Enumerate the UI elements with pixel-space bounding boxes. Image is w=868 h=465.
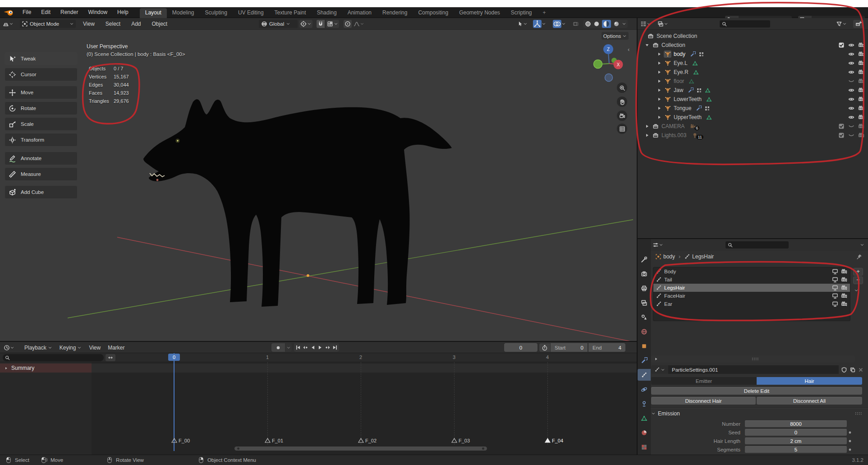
breadcrumb-data[interactable]: LegsHair xyxy=(692,253,714,260)
transform-orientation-dropdown[interactable]: Global xyxy=(259,20,298,28)
workspace-tab-texture-paint[interactable]: Texture Paint xyxy=(269,8,312,18)
monitor-toggle[interactable] xyxy=(832,285,838,291)
add-particle-system-button[interactable]: + xyxy=(853,268,863,276)
particle-system-row-body[interactable]: Body xyxy=(653,267,850,276)
disclosure-open-icon[interactable] xyxy=(643,42,651,48)
filter-dropdown[interactable] xyxy=(836,20,847,28)
datablock-name-field[interactable]: ParticleSettings.001 xyxy=(668,365,839,374)
zoom-button[interactable] xyxy=(617,83,627,93)
eye-toggle[interactable] xyxy=(848,51,854,57)
emitter-option[interactable]: Emitter xyxy=(651,377,757,385)
topbar-menu-help[interactable]: Help xyxy=(112,7,133,18)
use-preview-range-toggle[interactable] xyxy=(539,343,550,352)
outliner-row-lights-003[interactable]: Lights.003 11 xyxy=(638,131,868,140)
perspective-toggle-button[interactable] xyxy=(617,124,627,134)
pin-icon[interactable] xyxy=(856,253,863,260)
tool-button-scale[interactable]: Scale xyxy=(5,117,78,131)
shading-rendered-icon[interactable] xyxy=(613,21,620,27)
tool-button-transform[interactable]: Transform xyxy=(5,133,78,147)
editor-divider-vertical[interactable] xyxy=(637,18,638,455)
particle-system-row-tail[interactable]: Tail xyxy=(653,276,850,284)
collapsed-panel-header[interactable] xyxy=(651,355,855,363)
skip-end-button[interactable] xyxy=(331,345,339,350)
disclosure-closed-icon[interactable] xyxy=(643,133,651,138)
particle-system-row-legshair[interactable]: LegsHair xyxy=(653,284,850,292)
monitor-toggle[interactable] xyxy=(832,276,838,283)
shading-material-icon[interactable] xyxy=(602,20,611,28)
channel-search-input[interactable] xyxy=(3,354,104,361)
summary-channel-row[interactable]: Summary xyxy=(0,364,92,373)
topbar-menu-window[interactable]: Window xyxy=(83,7,112,18)
properties-tab-scene[interactable] xyxy=(638,311,651,323)
disclosure-closed-icon[interactable] xyxy=(656,115,663,120)
display-mode-dropdown[interactable] xyxy=(657,20,668,28)
breadcrumb-object[interactable]: body xyxy=(663,253,675,260)
auto-keying-toggle[interactable] xyxy=(271,343,285,352)
editor-type-button[interactable] xyxy=(3,20,14,28)
eye-toggle[interactable] xyxy=(848,87,854,93)
camera-toggle[interactable] xyxy=(841,285,847,291)
properties-tab-modifier[interactable] xyxy=(638,355,651,366)
properties-tab-particles[interactable] xyxy=(638,369,651,381)
particle-system-row-ear[interactable]: Ear xyxy=(653,300,850,308)
falloff-dropdown[interactable] xyxy=(354,20,364,28)
eye-toggle[interactable] xyxy=(848,114,854,120)
shading-solid-icon[interactable] xyxy=(593,21,600,27)
disconnect-all-button[interactable]: Disconnect All xyxy=(757,397,862,405)
disclosure-closed-icon[interactable] xyxy=(656,51,663,57)
viewport-menu-object[interactable]: Object xyxy=(147,20,173,28)
properties-tab-viewlayer[interactable] xyxy=(638,297,651,308)
play-button[interactable] xyxy=(317,345,324,350)
timeline-marker-f-01[interactable]: F_01 xyxy=(265,438,283,443)
tool-button-measure[interactable]: Measure xyxy=(5,167,78,181)
camera-toggle[interactable] xyxy=(858,69,864,75)
topbar-menu-render[interactable]: Render xyxy=(55,7,83,18)
sidebar-collapse-chevron[interactable]: ‹ xyxy=(628,46,629,53)
outliner-row-jaw[interactable]: Jaw xyxy=(638,86,868,95)
outliner-row-body[interactable]: body xyxy=(638,50,868,59)
eye-toggle[interactable] xyxy=(848,42,854,48)
shading-wireframe-icon[interactable] xyxy=(585,21,591,27)
workspace-tab-scripting[interactable]: Scripting xyxy=(505,8,537,18)
camera-toggle[interactable] xyxy=(858,87,864,93)
tool-button-add-cube[interactable]: Add Cube xyxy=(5,185,78,199)
editor-divider-viewport-timeline[interactable] xyxy=(0,341,637,342)
options-dropdown[interactable]: Options xyxy=(602,32,629,40)
workspace-tab-shading[interactable]: Shading xyxy=(312,8,342,18)
gizmo-z-neg-ball[interactable] xyxy=(605,74,613,82)
camera-view-button[interactable] xyxy=(617,110,627,121)
properties-tab-data[interactable] xyxy=(638,412,651,424)
properties-tab-output[interactable] xyxy=(638,282,651,294)
viewport-3d[interactable]: Z X User Perspective (0) Scene Collectio… xyxy=(0,30,637,342)
monitor-toggle[interactable] xyxy=(832,301,838,307)
skip-start-button[interactable] xyxy=(294,345,302,350)
snap-target-dropdown[interactable] xyxy=(326,20,339,28)
eye-toggle[interactable] xyxy=(848,96,854,102)
timeline-marker-f-00[interactable]: F_00 xyxy=(171,438,190,443)
close-icon[interactable] xyxy=(858,367,863,373)
xray-toggle[interactable] xyxy=(573,20,579,28)
workspace-tab-rendering[interactable]: Rendering xyxy=(377,8,413,18)
workspace-tab-animation[interactable]: Animation xyxy=(342,8,377,18)
checkbox-toggle[interactable] xyxy=(838,132,845,138)
properties-tab-world[interactable] xyxy=(638,326,651,337)
properties-options-chevron[interactable] xyxy=(860,241,864,249)
monitor-toggle[interactable] xyxy=(832,293,838,299)
outliner-row-scene-collection[interactable]: Scene Collection xyxy=(638,32,868,41)
timeline-menu-playback[interactable]: Playback xyxy=(21,345,56,351)
mode-dropdown[interactable]: Object Mode xyxy=(20,20,76,28)
chevron-down-icon[interactable] xyxy=(622,22,626,26)
frame-end-field[interactable]: End 4 xyxy=(588,343,625,352)
eye-closed-toggle[interactable] xyxy=(848,78,854,84)
field-value[interactable]: 8000 xyxy=(745,420,847,427)
gizmo-y-neg-ball[interactable] xyxy=(594,60,602,69)
outliner-row-eye-r[interactable]: Eye.R xyxy=(638,68,868,77)
camera-toggle[interactable] xyxy=(858,96,864,102)
timeline-marker-f-04[interactable]: F_04 xyxy=(545,438,563,443)
properties-tab-render[interactable] xyxy=(638,268,651,280)
key-next-button[interactable] xyxy=(324,345,331,350)
workspace-tab-sculpting[interactable]: Sculpting xyxy=(200,8,233,18)
properties-tab-tool[interactable] xyxy=(638,253,651,265)
overlays-toggle[interactable] xyxy=(553,20,566,28)
viewport-menu-select[interactable]: Select xyxy=(100,20,126,28)
